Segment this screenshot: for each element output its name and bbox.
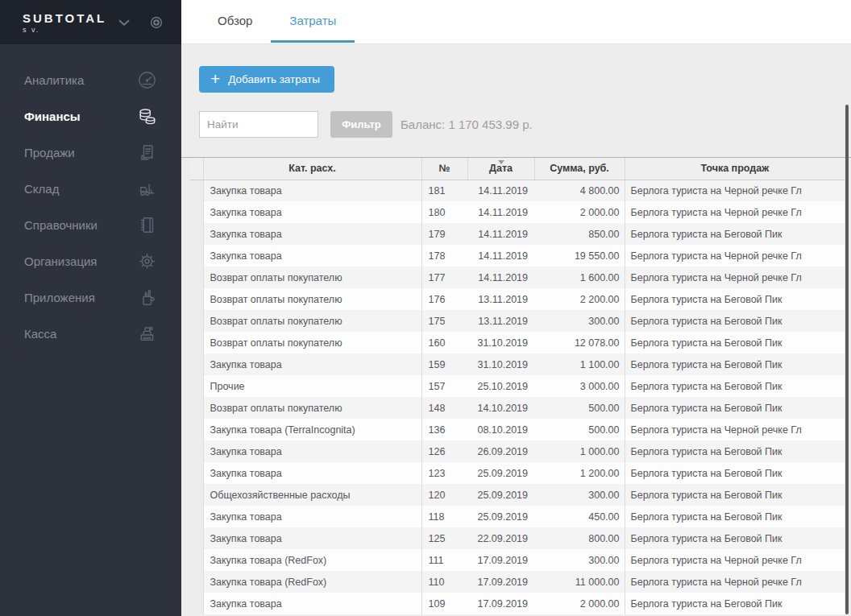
table-row[interactable]: Возврат оплаты покупателю17613.11.20192 … bbox=[190, 288, 845, 310]
cell-cat: Закупка товара (TerraIncognita) bbox=[203, 419, 421, 440]
cell-date: 25.09.2019 bbox=[467, 462, 534, 484]
row-gutter-cell bbox=[190, 462, 203, 484]
table-row[interactable]: Закупка товара (TerraIncognita)13608.10.… bbox=[190, 419, 845, 440]
cell-outlet: Берлога туриста на Черной речке Гл bbox=[625, 419, 845, 440]
cell-outlet: Берлога туриста на Беговой Пик bbox=[625, 332, 845, 353]
table-row[interactable]: Закупка товара11825.09.2019450.00Берлога… bbox=[190, 506, 845, 527]
sidebar-item-label: Аналитика bbox=[24, 73, 84, 87]
cell-num: 159 bbox=[421, 353, 467, 375]
add-expense-button[interactable]: + Добавить затраты bbox=[199, 66, 334, 93]
row-gutter-cell bbox=[190, 245, 203, 267]
filter-button[interactable]: Фильтр bbox=[330, 111, 392, 138]
tab-expenses[interactable]: Затраты bbox=[271, 0, 355, 44]
cell-outlet: Берлога туриста на Беговой Пик bbox=[625, 440, 845, 462]
notebook-icon bbox=[135, 213, 159, 238]
tab-overview[interactable]: Обзор bbox=[199, 0, 271, 44]
sidebar-header: SUBTOTAL s v. bbox=[0, 0, 181, 44]
table-row[interactable]: Закупка товара12325.09.20191 200.00Берло… bbox=[190, 462, 845, 484]
cell-cat: Закупка товара bbox=[203, 593, 421, 614]
cell-outlet: Берлога туриста на Черной речке Гл bbox=[625, 267, 845, 288]
app-logo: SUBTOTAL s v. bbox=[23, 11, 114, 34]
sidebar-item-forklift[interactable]: Склад bbox=[0, 171, 181, 207]
search-input[interactable] bbox=[199, 111, 318, 138]
target-icon[interactable] bbox=[146, 12, 167, 33]
cell-date: 13.11.2019 bbox=[467, 288, 534, 310]
cell-cat: Закупка товара bbox=[203, 462, 421, 484]
vertical-scrollbar[interactable] bbox=[845, 105, 849, 614]
table-row[interactable]: Возврат оплаты покупателю14814.10.201950… bbox=[190, 397, 845, 419]
cell-date: 25.09.2019 bbox=[467, 484, 534, 506]
sidebar-item-label: Продажи bbox=[24, 146, 75, 159]
table-row[interactable]: Возврат оплаты покупателю17513.11.201930… bbox=[190, 310, 845, 332]
cell-outlet: Берлога туриста на Беговой Пик bbox=[625, 462, 845, 484]
table-row[interactable]: Закупка товара17814.11.201919 550.00Берл… bbox=[190, 245, 845, 267]
sidebar-item-notebook[interactable]: Справочники bbox=[0, 207, 181, 243]
chevron-down-icon[interactable] bbox=[114, 12, 135, 33]
cash-register-icon bbox=[135, 322, 159, 346]
forklift-icon bbox=[135, 177, 159, 201]
cell-outlet: Берлога туриста на Беговой Пик bbox=[625, 223, 845, 245]
cell-date: 17.09.2019 bbox=[467, 571, 534, 593]
cell-date: 14.11.2019 bbox=[467, 267, 534, 288]
table-row[interactable]: Закупка товара18014.11.20192 000.00Берло… bbox=[190, 201, 845, 223]
table-row[interactable]: Закупка товара18114.11.20194 800.00Берло… bbox=[190, 180, 845, 201]
table-row[interactable]: Прочие15725.10.20193 000.00Берлога турис… bbox=[190, 375, 845, 397]
pencil-cup-icon bbox=[135, 286, 159, 310]
cell-date: 25.09.2019 bbox=[467, 506, 534, 527]
table-row[interactable]: Закупка товара (RedFox)11017.09.201911 0… bbox=[190, 571, 845, 593]
sidebar-item-receipt[interactable]: Продажи bbox=[0, 134, 181, 171]
row-gutter-cell bbox=[190, 288, 203, 310]
column-header-num[interactable]: № bbox=[421, 158, 467, 180]
sidebar-item-gear[interactable]: Организация bbox=[0, 243, 181, 279]
cell-cat: Закупка товара (RedFox) bbox=[203, 549, 421, 571]
cell-outlet: Берлога туриста на Беговой Пик bbox=[625, 288, 845, 310]
row-gutter-cell bbox=[190, 571, 203, 593]
cell-date: 31.10.2019 bbox=[467, 332, 534, 353]
balance-text: Баланс: 1 170 453.99 р. bbox=[401, 118, 533, 131]
table-row[interactable]: Закупка товара10917.09.20192 000.00Берло… bbox=[190, 593, 845, 614]
cell-date: 14.11.2019 bbox=[467, 201, 534, 223]
cell-outlet: Берлога туриста на Беговой Пик bbox=[625, 397, 845, 419]
column-header-sum[interactable]: Сумма, руб. bbox=[534, 158, 625, 180]
sidebar-item-cash-register[interactable]: Касса bbox=[0, 316, 181, 352]
table-row[interactable]: Закупка товара15931.10.20191 100.00Берло… bbox=[190, 353, 845, 375]
cell-num: 181 bbox=[421, 180, 467, 201]
cell-cat: Закупка товара bbox=[203, 180, 421, 201]
sidebar-item-coins[interactable]: Финансы bbox=[0, 98, 181, 134]
table-row[interactable]: Закупка товара17914.11.2019850.00Берлога… bbox=[190, 223, 845, 245]
table-row[interactable]: Закупка товара12522.09.2019800.00Берлога… bbox=[190, 527, 845, 549]
sidebar-item-pencil-cup[interactable]: Приложения bbox=[0, 279, 181, 316]
sidebar-item-label: Финансы bbox=[24, 110, 81, 123]
table-row[interactable]: Общехозяйственные расходы12025.09.201930… bbox=[190, 484, 845, 506]
row-gutter-cell bbox=[190, 440, 203, 462]
row-gutter-cell bbox=[190, 506, 203, 527]
table-row[interactable]: Возврат оплаты покупателю17714.11.20191 … bbox=[190, 267, 845, 288]
cell-sum: 3 000.00 bbox=[534, 375, 625, 397]
cell-sum: 300.00 bbox=[534, 484, 625, 506]
column-header-cat[interactable]: Кат. расх. bbox=[203, 158, 421, 180]
cell-sum: 1 000.00 bbox=[534, 440, 625, 462]
cell-outlet: Берлога туриста на Беговой Пик bbox=[625, 506, 845, 527]
sidebar-item-gauge[interactable]: Аналитика bbox=[0, 62, 181, 98]
cell-date: 26.09.2019 bbox=[467, 440, 534, 462]
cell-cat: Закупка товара bbox=[203, 527, 421, 549]
table-row[interactable]: Закупка товара12626.09.20191 000.00Берло… bbox=[190, 440, 845, 462]
table-row[interactable]: Закупка товара (RedFox)11117.09.2019300.… bbox=[190, 549, 845, 571]
table-row[interactable]: Возврат оплаты покупателю16031.10.201912… bbox=[190, 332, 845, 353]
row-gutter-cell bbox=[190, 267, 203, 288]
column-header-date[interactable]: Дата bbox=[467, 158, 534, 180]
cell-date: 17.09.2019 bbox=[467, 593, 534, 614]
cell-num: 176 bbox=[421, 288, 467, 310]
row-gutter-cell bbox=[190, 375, 203, 397]
cell-num: 118 bbox=[421, 506, 467, 527]
column-header-outlet[interactable]: Точка продаж bbox=[625, 158, 845, 180]
cell-sum: 500.00 bbox=[534, 419, 625, 440]
cell-cat: Возврат оплаты покупателю bbox=[203, 332, 421, 353]
cell-date: 14.11.2019 bbox=[467, 223, 534, 245]
cell-outlet: Берлога туриста на Беговой Пик bbox=[625, 375, 845, 397]
cell-date: 14.11.2019 bbox=[467, 180, 534, 201]
app-subtitle: s v. bbox=[23, 26, 114, 34]
cell-num: 126 bbox=[421, 440, 467, 462]
cell-num: 160 bbox=[421, 332, 467, 353]
cell-outlet: Берлога туриста на Беговой Пик bbox=[625, 310, 845, 332]
